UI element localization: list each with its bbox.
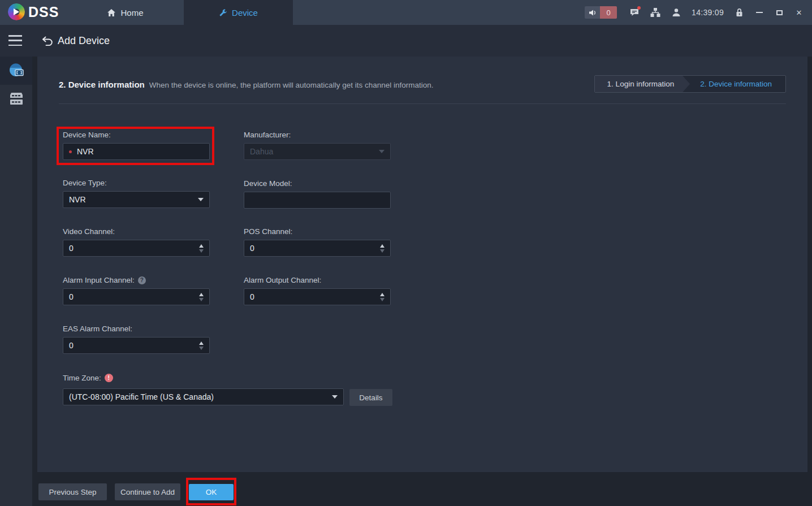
- eas-alarm-channel-stepper[interactable]: 0: [63, 337, 210, 354]
- pos-channel-value: 0: [250, 244, 254, 253]
- minimize-button[interactable]: [754, 7, 765, 18]
- ok-button[interactable]: OK: [189, 484, 234, 500]
- close-icon: ✕: [796, 8, 802, 17]
- step-indicator: 1. Login information 2. Device informati…: [594, 75, 786, 93]
- sidebar-item-server[interactable]: [0, 85, 32, 113]
- spinner-up-icon[interactable]: [199, 293, 204, 296]
- previous-step-button[interactable]: Previous Step: [38, 483, 107, 500]
- step-device-information[interactable]: 2. Device information: [690, 76, 785, 92]
- help-icon[interactable]: ?: [138, 276, 146, 284]
- tab-device[interactable]: Device: [184, 0, 293, 25]
- eas-alarm-channel-value: 0: [69, 341, 74, 350]
- speaker-icon: [585, 6, 600, 19]
- section-divider: [59, 103, 786, 104]
- menu-toggle-button[interactable]: [8, 35, 22, 46]
- alarm-input-channel-value: 0: [69, 292, 74, 301]
- warning-icon: !: [105, 374, 113, 382]
- close-button[interactable]: ✕: [794, 7, 804, 18]
- eas-alarm-channel-label: EAS Alarm Channel:: [63, 325, 132, 333]
- spinner-up-icon[interactable]: [199, 341, 204, 345]
- time-zone-label: Time Zone: !: [63, 374, 113, 382]
- time-zone-select[interactable]: (UTC-08:00) Pacific Time (US & Canada): [63, 388, 344, 405]
- alarm-output-channel-value: 0: [250, 292, 254, 301]
- user-icon[interactable]: [671, 7, 682, 18]
- org-sitemap-icon[interactable]: [650, 7, 661, 18]
- video-channel-stepper[interactable]: 0: [63, 240, 210, 257]
- maximize-icon: [776, 10, 783, 15]
- spinner-up-icon[interactable]: [380, 293, 385, 296]
- home-icon: [107, 8, 116, 17]
- manufacturer-select: Dahua: [244, 143, 391, 160]
- alarm-input-channel-label-text: Alarm Input Channel:: [63, 276, 135, 284]
- wrench-icon: [219, 8, 227, 17]
- maximize-button[interactable]: [774, 7, 784, 18]
- spinner-up-icon[interactable]: [380, 244, 385, 248]
- spinner-down-icon[interactable]: [199, 298, 204, 301]
- device-globe-icon: [8, 62, 25, 79]
- video-channel-value: 0: [69, 244, 74, 253]
- alarm-count-badge: 0: [600, 6, 617, 19]
- spinner-up-icon[interactable]: [199, 244, 204, 248]
- page-title: Add Device: [58, 35, 110, 47]
- device-name-input[interactable]: [72, 144, 209, 159]
- continue-to-add-button[interactable]: Continue to Add: [115, 483, 180, 500]
- device-type-label: Device Type:: [63, 179, 107, 187]
- page-header: Add Device: [0, 25, 812, 57]
- pos-channel-label: POS Channel:: [244, 227, 292, 236]
- minimize-icon: [756, 12, 763, 13]
- alarm-output-channel-label: Alarm Output Channel:: [244, 276, 321, 284]
- alarm-input-channel-label: Alarm Input Channel: ?: [63, 276, 146, 284]
- section-title: 2. Device information: [59, 80, 145, 89]
- device-model-label: Device Model:: [244, 179, 292, 188]
- alarm-sound-control[interactable]: 0: [585, 6, 617, 19]
- device-name-field[interactable]: [63, 143, 210, 160]
- back-icon[interactable]: [42, 36, 53, 46]
- device-type-select[interactable]: NVR: [63, 191, 210, 208]
- app-logo: DSS: [8, 3, 59, 20]
- alarm-input-channel-stepper[interactable]: 0: [63, 288, 210, 305]
- spinner-down-icon[interactable]: [199, 347, 204, 350]
- left-sidebar: [0, 57, 32, 506]
- spinner-down-icon[interactable]: [380, 298, 385, 301]
- spinner-down-icon[interactable]: [380, 249, 385, 253]
- message-icon[interactable]: [629, 7, 640, 18]
- device-type-value: NVR: [69, 195, 86, 204]
- dss-logo-icon: [8, 3, 25, 20]
- chevron-down-icon: [198, 198, 204, 201]
- chevron-down-icon: [379, 150, 385, 153]
- tab-device-label: Device: [232, 8, 258, 18]
- device-model-field[interactable]: [244, 192, 391, 209]
- tab-home-label: Home: [120, 8, 143, 18]
- add-device-panel: 2. Device informationWhen the device is …: [37, 57, 807, 472]
- video-channel-label: Video Channel:: [63, 227, 115, 236]
- details-button[interactable]: Details: [349, 389, 392, 406]
- device-name-label: Device Name:: [63, 131, 111, 139]
- alarm-output-channel-stepper[interactable]: 0: [244, 288, 391, 305]
- tab-home[interactable]: Home: [67, 0, 184, 25]
- device-model-input[interactable]: [244, 192, 390, 208]
- manufacturer-label: Manufacturer:: [244, 131, 291, 139]
- section-subtitle: When the device is online, the platform …: [149, 81, 434, 89]
- notification-dot: [637, 6, 641, 10]
- chevron-down-icon: [332, 395, 338, 399]
- app-logo-text: DSS: [28, 4, 59, 20]
- time-zone-value: (UTC-08:00) Pacific Time (US & Canada): [69, 392, 214, 401]
- manufacturer-value: Dahua: [250, 147, 273, 156]
- pos-channel-stepper[interactable]: 0: [244, 240, 391, 257]
- spinner-down-icon[interactable]: [199, 249, 204, 253]
- time-zone-label-text: Time Zone:: [63, 374, 101, 382]
- clock: 14:39:09: [692, 8, 724, 17]
- sidebar-item-device-manager[interactable]: [0, 57, 32, 85]
- top-bar: DSS Home Device 0 14:39:09: [0, 0, 812, 25]
- step-login-information[interactable]: 1. Login information: [595, 76, 690, 92]
- server-icon: [9, 92, 24, 106]
- lock-icon[interactable]: [733, 7, 745, 18]
